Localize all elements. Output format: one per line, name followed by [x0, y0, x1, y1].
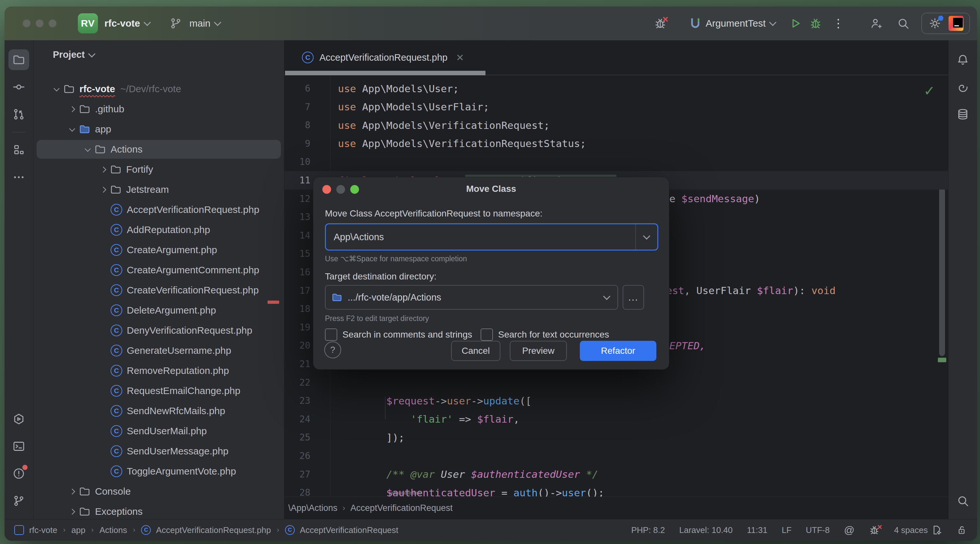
- breadcrumb-class[interactable]: AcceptVerificationRequest: [350, 503, 453, 513]
- structure-tool-button[interactable]: [8, 140, 29, 160]
- tree-item-deleteargument-php[interactable]: CDeleteArgument.php: [33, 300, 284, 321]
- namespace-combobox[interactable]: App\Actions: [325, 223, 658, 250]
- project-folder-tool-button[interactable]: [8, 49, 29, 70]
- status-breadcrumb-item[interactable]: rfc-vote: [29, 525, 57, 535]
- chevron-down-icon[interactable]: [68, 127, 76, 132]
- notifications-tool-button[interactable]: [953, 49, 973, 70]
- tree-item-acceptverificationrequest-php[interactable]: CAcceptVerificationRequest.php: [33, 199, 284, 220]
- more-tool-button[interactable]: [8, 167, 29, 188]
- search-text-checkbox[interactable]: [480, 329, 493, 341]
- tree-item-actions[interactable]: Actions: [33, 139, 284, 160]
- preview-button[interactable]: Preview: [510, 341, 567, 361]
- code-line-8[interactable]: 8use App\Models\VerificationRequest;: [285, 116, 948, 134]
- tree-item-sendusermessage-php[interactable]: CSendUserMessage.php: [33, 441, 284, 461]
- tree-item-createverificationrequest-php[interactable]: CCreateVerificationRequest.php: [33, 280, 284, 300]
- services-tool-button[interactable]: [8, 408, 29, 429]
- status-breadcrumb-item[interactable]: AcceptVerificationRequest: [300, 525, 399, 535]
- code-line-6[interactable]: 6use App\Models\User;: [285, 79, 948, 98]
- debug-button[interactable]: [808, 16, 823, 30]
- code-line-7[interactable]: 7use App\Models\UserFlair;: [285, 98, 948, 116]
- ai-assistant-tool-button[interactable]: [953, 77, 973, 97]
- minimize-window-button[interactable]: [36, 19, 43, 27]
- status-breadcrumb-item[interactable]: app: [72, 525, 85, 535]
- code-line-25[interactable]: 25 ]);: [285, 428, 948, 447]
- problems-tool-button[interactable]: [8, 463, 29, 484]
- encoding-widget[interactable]: UTF-8: [806, 525, 830, 535]
- branch-widget[interactable]: main: [169, 16, 220, 30]
- commit-tool-button[interactable]: [8, 77, 29, 97]
- tree-item-generateusername-php[interactable]: CGenerateUsername.php: [33, 340, 284, 361]
- run-configuration-selector[interactable]: ArgumentTest: [706, 18, 766, 29]
- tree-item-fortify[interactable]: Fortify: [33, 160, 284, 180]
- tree-item-createargument-php[interactable]: CCreateArgument.php: [33, 240, 284, 260]
- code-line-23[interactable]: 23 $request->user->update([: [285, 391, 948, 410]
- status-breadcrumb-item[interactable]: Actions: [100, 525, 127, 535]
- project-view-selector[interactable]: Project: [53, 49, 94, 60]
- help-button[interactable]: ?: [324, 341, 341, 358]
- code-line-26[interactable]: 26: [285, 447, 948, 465]
- chevron-right-icon[interactable]: [99, 168, 107, 172]
- laravel-version-widget[interactable]: Laravel: 10.40: [679, 525, 733, 535]
- status-breadcrumb-item[interactable]: AcceptVerificationRequest.php: [156, 525, 271, 535]
- chevron-right-icon[interactable]: [99, 188, 107, 192]
- more-actions-button[interactable]: ⋮: [831, 16, 845, 30]
- annotations-at-icon[interactable]: @: [844, 524, 854, 536]
- search-comments-checkbox[interactable]: [325, 329, 337, 341]
- run-button[interactable]: [788, 16, 803, 30]
- editor-tab[interactable]: C AcceptVerificationRequest.php ✕: [294, 40, 472, 75]
- chevron-down-icon[interactable]: [52, 86, 60, 92]
- breadcrumb-namespace[interactable]: \App\Actions: [288, 503, 337, 513]
- unlock-icon[interactable]: [956, 525, 967, 536]
- tree-item-createargumentcomment-php[interactable]: CCreateArgumentComment.php: [33, 260, 284, 280]
- tree-item-rfc-vote[interactable]: rfc-vote~/Dev/rfc-vote: [33, 79, 284, 99]
- code-line-9[interactable]: 9use App\Models\VerificationRequestStatu…: [285, 134, 948, 153]
- close-tab-icon[interactable]: ✕: [456, 52, 464, 63]
- browse-directory-button[interactable]: ...: [623, 285, 644, 309]
- close-window-button[interactable]: [23, 19, 30, 27]
- directory-combobox[interactable]: .../rfc-vote/app/Actions: [325, 285, 618, 309]
- chevron-right-icon[interactable]: [68, 107, 76, 111]
- tree-item-requestemailchange-php[interactable]: CRequestEmailChange.php: [33, 381, 284, 401]
- cancel-button[interactable]: Cancel: [451, 341, 500, 361]
- code-line-24[interactable]: 24 'flair' => $flair,: [285, 410, 948, 428]
- tree-item-console[interactable]: Console: [33, 481, 284, 501]
- find-tool-button[interactable]: [953, 490, 973, 511]
- mute-breakpoints-button[interactable]: ✕: [653, 16, 667, 30]
- version-control-tool-button[interactable]: [8, 490, 29, 511]
- tree-item-app[interactable]: app: [33, 119, 284, 139]
- caret-position-widget[interactable]: 11:31: [747, 525, 767, 535]
- code-line-10[interactable]: 10: [285, 153, 948, 171]
- tree-item-jetstream[interactable]: Jetstream: [33, 180, 284, 199]
- search-everywhere-button[interactable]: [896, 16, 910, 30]
- tree-item-removereputation-php[interactable]: CRemoveReputation.php: [33, 361, 284, 381]
- mute-breakpoints-icon[interactable]: ✕: [869, 525, 880, 536]
- database-tool-button[interactable]: [953, 104, 973, 124]
- indent-widget[interactable]: 4 spaces: [894, 525, 942, 536]
- chevron-down-icon[interactable]: [83, 147, 92, 152]
- php-version-widget[interactable]: PHP: 8.2: [631, 525, 665, 535]
- line-ending-widget[interactable]: LF: [781, 525, 791, 535]
- code-line-28[interactable]: 28 $authenticatedUser = auth()->user();: [285, 483, 948, 497]
- chevron-down-icon[interactable]: [635, 224, 657, 250]
- pull-requests-tool-button[interactable]: [8, 104, 29, 124]
- chevron-right-icon[interactable]: [68, 490, 76, 494]
- tree-item-sendnewrfcmails-php[interactable]: CSendNewRfcMails.php: [33, 401, 284, 421]
- window-controls[interactable]: [23, 19, 56, 27]
- jetbrains-logo-icon[interactable]: [948, 16, 964, 31]
- tree-item--github[interactable]: .github: [33, 99, 284, 119]
- code-with-me-button[interactable]: [869, 16, 883, 30]
- tree-item-exceptions[interactable]: Exceptions: [33, 501, 284, 519]
- tree-item-toggleargumentvote-php[interactable]: CToggleArgumentVote.php: [33, 461, 284, 481]
- zoom-window-button[interactable]: [49, 19, 56, 27]
- chevron-right-icon[interactable]: [68, 510, 76, 514]
- code-line-22[interactable]: 22: [285, 373, 948, 392]
- refactor-button[interactable]: Refactor: [580, 341, 656, 361]
- settings-gear-button[interactable]: [928, 16, 942, 30]
- terminal-tool-button[interactable]: [8, 436, 29, 457]
- chevron-down-icon[interactable]: [596, 286, 617, 309]
- tree-item-addreputation-php[interactable]: CAddReputation.php: [33, 220, 284, 240]
- project-switcher[interactable]: rfc-vote: [104, 18, 140, 29]
- code-line-27[interactable]: 27 /** @var User $authenticatedUser */: [285, 465, 948, 483]
- tree-item-sendusermail-php[interactable]: CSendUserMail.php: [33, 421, 284, 441]
- tree-item-denyverificationrequest-php[interactable]: CDenyVerificationRequest.php: [33, 321, 284, 340]
